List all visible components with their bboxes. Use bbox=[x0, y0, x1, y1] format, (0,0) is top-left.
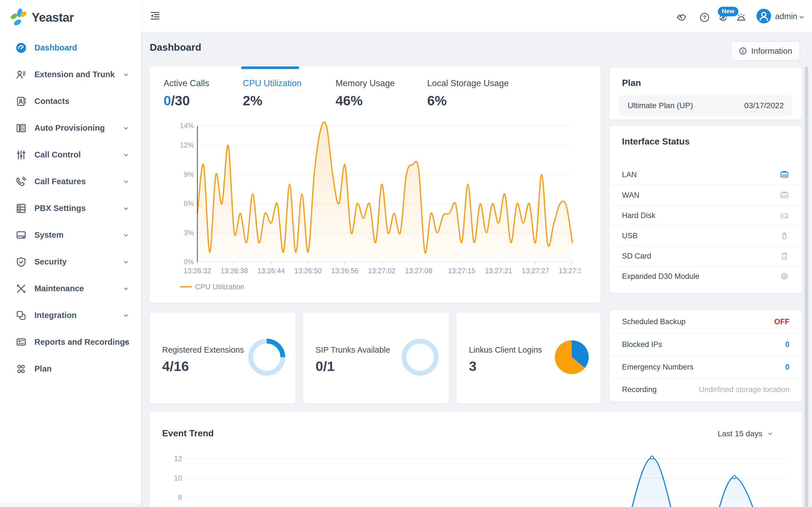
system-status-card: Scheduled Backup OFFBlocked IPs 0Emergen… bbox=[610, 311, 802, 401]
sidebar-item-extension-and-trunk[interactable]: Extension and Trunk bbox=[0, 61, 141, 88]
svg-text:13:27:15: 13:27:15 bbox=[448, 267, 475, 275]
sidebar-item-contacts[interactable]: Contacts bbox=[0, 88, 141, 115]
interface-status-card: Interface Status LAN WAN Hard Disk USB S… bbox=[610, 126, 802, 293]
topbar: ? New admin bbox=[141, 0, 812, 32]
ethernet-icon bbox=[779, 170, 790, 180]
svg-text:13:26:32: 13:26:32 bbox=[184, 267, 211, 275]
chevron-down-icon bbox=[123, 205, 129, 212]
svg-text:13:26:50: 13:26:50 bbox=[294, 267, 322, 275]
tab-local-storage-usage[interactable]: Local Storage Usage 6% bbox=[427, 78, 509, 108]
callfeatures-icon bbox=[15, 176, 27, 187]
chevron-down-icon bbox=[798, 13, 805, 21]
account-menu[interactable]: admin bbox=[775, 12, 797, 21]
info-icon bbox=[739, 47, 747, 55]
chip-icon bbox=[779, 271, 790, 281]
sidebar-collapse-button[interactable] bbox=[149, 10, 161, 21]
partner-handshake-icon[interactable] bbox=[676, 12, 687, 23]
help-icon[interactable]: ? bbox=[699, 12, 710, 23]
ethernet-icon bbox=[779, 190, 790, 200]
sdcard-icon: SD bbox=[779, 251, 790, 261]
status-row-blocked-ips: Blocked IPs 0 bbox=[610, 333, 802, 355]
svg-text:?: ? bbox=[703, 14, 706, 20]
tab-value: 2% bbox=[243, 93, 301, 108]
logo-text: Yeastar bbox=[32, 10, 74, 24]
yeastar-logo: Yeastar bbox=[10, 8, 74, 27]
svg-text:CPU Utilization: CPU Utilization bbox=[195, 283, 245, 291]
tab-value: 46% bbox=[336, 93, 395, 108]
sidebar-item-call-control[interactable]: Call Control bbox=[0, 142, 141, 168]
mini-card-registered-extensions: Registered Extensions 4/16 bbox=[150, 313, 296, 403]
interface-row-expanded-d30-module: Expanded D30 Module bbox=[610, 266, 802, 286]
new-badge: New bbox=[718, 7, 739, 16]
tab-value: 6% bbox=[427, 93, 509, 108]
plan-row: Ultimate Plan (UP) 03/17/2022 bbox=[619, 95, 792, 116]
chevron-down-icon bbox=[123, 259, 129, 265]
maintenance-icon bbox=[15, 283, 27, 295]
page-scrollbar[interactable] bbox=[805, 67, 808, 507]
tab-value: 0/30 bbox=[163, 93, 209, 108]
sidebar-item-pbx-settings[interactable]: PBX Settings bbox=[0, 195, 141, 222]
sidebar-nav: Dashboard Extension and Trunk Contacts A… bbox=[0, 34, 141, 382]
sidebar-item-call-features[interactable]: Call Features bbox=[0, 168, 141, 195]
pbx-icon bbox=[15, 203, 27, 214]
status-row-emergency-numbers: Emergency Numbers 0 bbox=[610, 355, 802, 378]
interface-row-lan: LAN bbox=[610, 165, 802, 185]
sidebar-item-auto-provisioning[interactable]: Auto Provisioning bbox=[0, 115, 141, 142]
system-icon bbox=[15, 229, 27, 241]
reports-icon bbox=[15, 336, 27, 348]
sidebar: Yeastar Dashboard Extension and Trunk Co… bbox=[0, 0, 141, 507]
sidebar-item-integration[interactable]: Integration bbox=[0, 302, 141, 329]
mini-card-linkus-client-logins: Linkus Client Logins 3 bbox=[456, 313, 601, 403]
sidebar-item-dashboard[interactable]: Dashboard bbox=[0, 34, 141, 61]
tab-cpu-utilization[interactable]: CPU Utilization 2% bbox=[243, 78, 301, 108]
sidebar-item-maintenance[interactable]: Maintenance bbox=[0, 275, 141, 302]
svg-text:12%: 12% bbox=[180, 141, 194, 149]
svg-text:8: 8 bbox=[178, 493, 182, 502]
sidebar-item-reports-and-recordings[interactable]: Reports and Recordings bbox=[0, 329, 141, 355]
information-button[interactable]: Information bbox=[731, 41, 800, 61]
chevron-down-icon bbox=[123, 285, 129, 292]
page-title: Dashboard bbox=[150, 42, 201, 53]
usb-icon bbox=[779, 231, 790, 241]
svg-text:6%: 6% bbox=[184, 200, 194, 207]
plan-title: Plan bbox=[622, 78, 641, 88]
sidebar-item-system[interactable]: System bbox=[0, 222, 141, 248]
svg-text:13:26:44: 13:26:44 bbox=[257, 267, 285, 275]
interface-row-hard-disk: Hard Disk bbox=[610, 205, 802, 225]
svg-text:13:27:21: 13:27:21 bbox=[485, 267, 512, 275]
sidebar-scrollbar[interactable] bbox=[0, 503, 141, 507]
chevron-down-icon bbox=[123, 339, 129, 345]
integration-icon bbox=[15, 309, 27, 321]
status-value[interactable]: 0 bbox=[785, 340, 790, 349]
harddisk-icon bbox=[779, 210, 790, 221]
chevron-down-icon bbox=[123, 232, 129, 238]
svg-text:9%: 9% bbox=[184, 170, 194, 178]
svg-text:13:27:33: 13:27:33 bbox=[559, 267, 581, 275]
plan-card: Plan Ultimate Plan (UP) 03/17/2022 bbox=[610, 68, 802, 119]
sidebar-item-security[interactable]: Security bbox=[0, 248, 141, 275]
status-value: Undefined storage location bbox=[699, 385, 790, 394]
tab-active-calls[interactable]: Active Calls 0/30 bbox=[163, 78, 209, 108]
tab-memory-usage[interactable]: Memory Usage 46% bbox=[336, 78, 395, 108]
interface-status-rows: LAN WAN Hard Disk USB SD Card SDExpanded… bbox=[610, 165, 802, 286]
plan-icon bbox=[15, 363, 27, 375]
svg-text:13:27:02: 13:27:02 bbox=[368, 267, 395, 275]
svg-text:13:27:27: 13:27:27 bbox=[522, 267, 549, 275]
chevron-down-icon bbox=[123, 125, 129, 131]
event-range-dropdown[interactable]: Last 15 days bbox=[718, 429, 774, 438]
contacts-icon bbox=[15, 96, 27, 107]
event-trend-title: Event Trend bbox=[162, 428, 214, 439]
yeastar-logo-icon bbox=[10, 8, 28, 27]
plan-name: Ultimate Plan (UP) bbox=[627, 101, 693, 110]
status-row-recording: Recording Undefined storage location bbox=[610, 378, 802, 400]
avatar[interactable] bbox=[756, 9, 771, 23]
plan-date: 03/17/2022 bbox=[744, 101, 784, 110]
interface-status-title: Interface Status bbox=[622, 136, 690, 147]
svg-text:10: 10 bbox=[174, 474, 182, 482]
cpu-utilization-chart: 0%3%6%9%12%14%13:26:3213:26:3813:26:4413… bbox=[158, 121, 581, 298]
status-value[interactable]: 0 bbox=[785, 363, 790, 372]
chevron-down-icon bbox=[123, 71, 129, 78]
event-trend-chart: 12 10 8 bbox=[158, 439, 804, 507]
sidebar-item-plan[interactable]: Plan bbox=[0, 355, 141, 382]
donut-chart bbox=[244, 335, 289, 380]
